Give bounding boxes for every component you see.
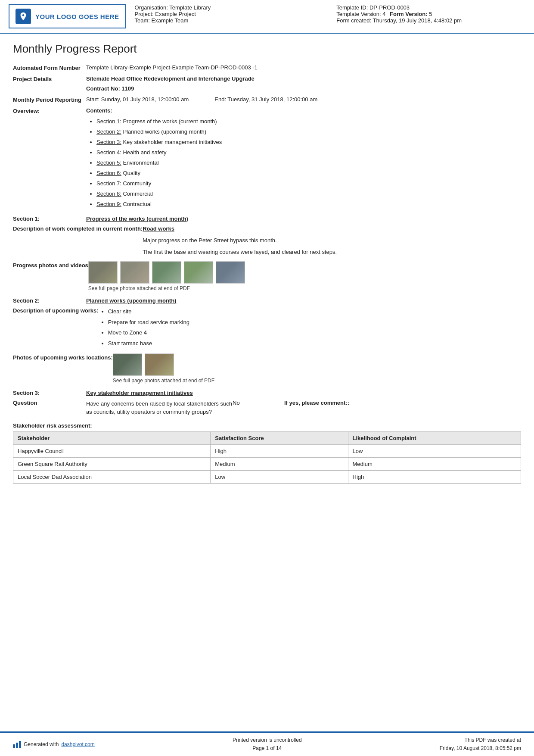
table-cell: Low [348,444,521,457]
report-title: Monthly Progress Report [13,42,521,57]
upcoming-photos-label: Photos of upcoming works locations: [13,353,113,362]
contents-item-text: Health and safety [121,149,167,156]
period-end: End: Tuesday, 31 July 2018, 12:00:00 am [214,96,317,103]
footer-left: Generated with dashpivot.com [13,741,95,748]
footer-center-line1: Printed version is uncontrolled [233,736,302,744]
contents-list-item: Section 4: Health and safety [96,147,521,158]
footer-right-line2: Friday, 10 August 2018, 8:05:52 pm [440,744,521,753]
upcoming-photo-thumbs [113,353,521,376]
question-content: Have any concerns been raised by local s… [86,400,521,416]
contents-list-item: Section 8: Commercial [96,189,521,199]
upcoming-value: Clear sitePrepare for road service marki… [99,306,521,349]
form-version-value: 5 [429,11,432,17]
contents-list-item: Section 6: Quality [96,168,521,178]
contents-link[interactable]: Section 9: [96,201,121,207]
desc-work-value: Road works Major progress on the Peter S… [143,225,521,256]
upcoming-list-item: Clear site [108,306,521,317]
project-row: Project: Example Project [135,11,320,17]
contents-link[interactable]: Section 1: [96,118,121,125]
photo-thumbs [88,261,521,284]
form-version-label: Form Version: [390,11,427,17]
contents-link[interactable]: Section 5: [96,159,121,166]
header: YOUR LOGO GOES HERE Organisation: Templa… [0,0,534,34]
table-row: Local Soccer Dad AssociationLowHigh [13,470,521,483]
section1-label: Section 1: [13,216,86,222]
form-created-row: Form created: Thursday, 19 July 2018, 4:… [336,17,521,24]
period-start: Start: Sunday, 01 July 2018, 12:00:00 am [86,96,189,103]
contents-list-item: Section 1: Progress of the works (curren… [96,116,521,127]
template-id-value: DP-PROD-0003 [369,4,410,11]
question-comment: If yes, please comment:: [284,400,349,406]
period-row: Monthly Period Reporting Start: Sunday, … [13,96,521,103]
table-cell: Green Square Rail Authority [13,457,211,470]
dashpivot-icon [13,741,21,748]
content: Monthly Progress Report Automated Form N… [0,34,534,731]
contents-item-text: Quality [121,170,140,176]
contents-link[interactable]: Section 8: [96,191,121,197]
desc-work-label: Description of work completed in current… [13,225,143,233]
table-head: StakeholderSatisfaction ScoreLikelihood … [13,431,521,444]
footer-right: This PDF was created at Friday, 10 Augus… [440,736,521,753]
contents-list-item: Section 5: Environmental [96,158,521,168]
template-id-label: Template ID: [336,4,368,11]
project-details-label: Project Details [13,75,86,82]
org-label: Organisation: [135,4,168,11]
logo-svg [19,12,28,21]
period-value: Start: Sunday, 01 July 2018, 12:00:00 am… [86,96,521,103]
question-answer: No [233,400,284,406]
org-row: Organisation: Template Library [135,4,320,11]
table-cell: High [211,444,348,457]
contents-area: Contents: Section 1: Progress of the wor… [86,107,521,209]
contents-list: Section 1: Progress of the works (curren… [86,116,521,209]
form-number-row: Automated Form Number Template Library-E… [13,64,521,71]
contents-link[interactable]: Section 7: [96,180,121,187]
desc-work-line1: Major progress on the Peter Street bypas… [143,236,521,245]
contents-list-item: Section 2: Planned works (upcoming month… [96,127,521,137]
table-cell: Local Soccer Dad Association [13,470,211,483]
table-header-cell: Stakeholder [13,431,211,444]
upcoming-photo-thumb-1 [113,353,142,376]
section2-label: Section 2: [13,297,86,304]
table-header-cell: Likelihood of Complaint [348,431,521,444]
photo-thumb-1 [88,261,118,284]
photos-content: See full page photos attached at end of … [88,261,521,291]
footer-link[interactable]: dashpivot.com [61,741,94,747]
section2-header: Section 2: Planned works (upcoming month… [13,297,521,304]
contents-list-item: Section 3: Key stakeholder management in… [96,137,521,147]
form-created-label: Form created: [336,17,371,24]
contents-link[interactable]: Section 3: [96,139,121,145]
desc-work-line2: The first the base and wearing courses w… [143,248,521,257]
logo-icon [16,9,31,24]
photos-caption: See full page photos attached at end of … [88,285,521,291]
contents-link[interactable]: Section 4: [96,149,121,156]
section1-title: Progress of the works (current month) [86,216,188,222]
contents-item-text: Contractual [121,201,152,207]
logo-text: YOUR LOGO GOES HERE [35,13,119,20]
bar2 [16,743,18,748]
contract-no: Contract No: 1109 [86,85,521,92]
project-value: Example Project [155,11,196,17]
photo-thumb-2 [120,261,149,284]
team-row: Team: Example Team [135,17,320,24]
form-number-value: Template Library-Example Project-Example… [86,64,521,71]
overview-row: Overview: Contents: Section 1: Progress … [13,107,521,209]
contents-item-text: Key stakeholder management initiatives [121,139,222,145]
desc-work-row: Description of work completed in current… [13,225,521,256]
section1-header: Section 1: Progress of the works (curren… [13,216,521,222]
header-meta: Organisation: Template Library Project: … [135,4,521,28]
form-number-label: Automated Form Number [13,64,86,71]
contents-item-text: Community [121,180,151,187]
stakeholder-heading: Stakeholder risk assessment: [13,422,521,429]
table-row: Green Square Rail AuthorityMediumMedium [13,457,521,470]
question-label: Question [13,400,86,416]
upcoming-photos-row: Photos of upcoming works locations: See … [13,353,521,384]
desc-work-subheading: Road works [143,225,521,234]
upcoming-list: Clear sitePrepare for road service marki… [99,306,521,349]
table-cell: Medium [348,457,521,470]
project-details-value: Sitemate Head Office Redevelopment and I… [86,75,521,92]
template-version-value: 4 [382,11,385,17]
contents-link[interactable]: Section 2: [96,128,121,135]
contents-heading: Contents: [86,107,521,114]
contents-link[interactable]: Section 6: [96,170,121,176]
logo-area: YOUR LOGO GOES HERE [9,4,126,28]
